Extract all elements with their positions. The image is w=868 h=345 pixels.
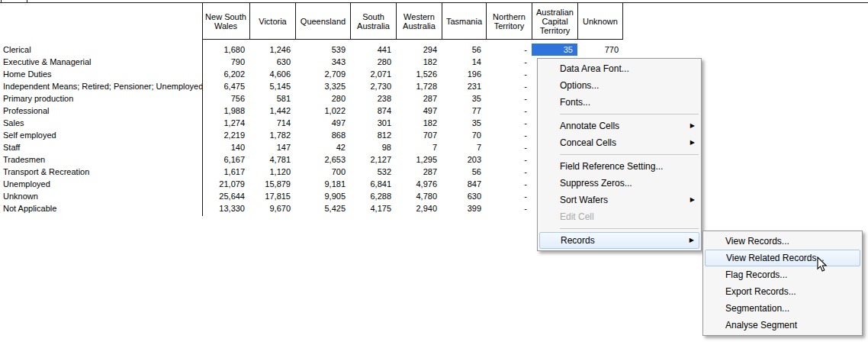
data-cell[interactable]: 343: [295, 56, 350, 68]
data-cell[interactable]: 35: [442, 117, 486, 129]
data-cell[interactable]: 539: [295, 44, 350, 56]
data-cell[interactable]: 1,295: [396, 153, 442, 166]
records-submenu-item-flag-records[interactable]: Flag Records...: [703, 266, 862, 283]
data-cell[interactable]: 231: [442, 80, 486, 92]
context-menu-item-field-reference-setting[interactable]: Field Reference Setting...: [538, 158, 701, 175]
data-cell[interactable]: 756: [202, 92, 249, 105]
data-cell[interactable]: 1,022: [295, 105, 350, 117]
data-cell[interactable]: 56: [442, 44, 486, 56]
column-header-south-australia[interactable]: South Australia: [350, 3, 396, 40]
data-cell[interactable]: 770: [577, 44, 623, 56]
data-cell[interactable]: 3,325: [295, 80, 350, 92]
data-cell[interactable]: -: [486, 202, 532, 214]
data-cell[interactable]: 1,617: [202, 166, 249, 178]
data-cell[interactable]: 14: [442, 56, 486, 68]
data-cell[interactable]: 497: [396, 105, 442, 117]
data-cell[interactable]: 203: [442, 153, 486, 166]
row-label[interactable]: Professional: [0, 105, 202, 117]
data-cell[interactable]: -: [486, 68, 532, 80]
data-cell[interactable]: 847: [442, 178, 486, 190]
column-header-northern-territory[interactable]: Northern Territory: [486, 3, 532, 40]
data-cell[interactable]: 6,288: [350, 190, 396, 202]
data-cell[interactable]: 4,175: [350, 202, 396, 214]
row-label[interactable]: Self employed: [0, 129, 202, 141]
data-cell[interactable]: 6,167: [202, 153, 249, 166]
data-cell[interactable]: 2,127: [350, 153, 396, 166]
data-cell[interactable]: 1,442: [249, 105, 295, 117]
row-label[interactable]: Executive & Managerial: [0, 56, 202, 68]
data-cell[interactable]: -: [486, 153, 532, 166]
row-label[interactable]: Clerical: [0, 44, 202, 56]
data-cell[interactable]: 1,728: [396, 80, 442, 92]
column-header-western-australia[interactable]: Western Australia: [396, 3, 442, 40]
data-cell[interactable]: 7: [396, 141, 442, 153]
column-header-australian-capital-territory[interactable]: Australian Capital Territory: [532, 3, 577, 40]
data-cell[interactable]: 6,202: [202, 68, 249, 80]
data-cell[interactable]: 5,425: [295, 202, 350, 214]
data-cell[interactable]: 4,606: [249, 68, 295, 80]
data-cell[interactable]: 700: [295, 166, 350, 178]
data-cell[interactable]: 441: [350, 44, 396, 56]
data-cell[interactable]: 294: [396, 44, 442, 56]
data-cell[interactable]: -: [486, 105, 532, 117]
records-submenu-item-view-related-records[interactable]: View Related Records...: [705, 250, 860, 266]
column-header-victoria[interactable]: Victoria: [249, 3, 295, 40]
data-cell[interactable]: 7: [442, 141, 486, 153]
data-cell[interactable]: 812: [350, 129, 396, 141]
data-cell[interactable]: 70: [442, 129, 486, 141]
data-cell[interactable]: -: [486, 80, 532, 92]
data-cell[interactable]: 21,079: [202, 178, 249, 190]
data-cell[interactable]: -: [486, 129, 532, 141]
data-cell[interactable]: -: [486, 190, 532, 202]
row-label[interactable]: Primary production: [0, 92, 202, 105]
data-cell[interactable]: 35: [442, 92, 486, 105]
data-cell[interactable]: -: [486, 178, 532, 190]
data-cell[interactable]: 2,071: [350, 68, 396, 80]
selected-cell[interactable]: 35: [532, 44, 577, 56]
data-cell[interactable]: 4,781: [249, 153, 295, 166]
data-cell[interactable]: -: [486, 117, 532, 129]
data-cell[interactable]: 6,841: [350, 178, 396, 190]
row-label[interactable]: Sales: [0, 117, 202, 129]
data-cell[interactable]: 497: [295, 117, 350, 129]
data-cell[interactable]: 1,246: [249, 44, 295, 56]
data-cell[interactable]: 287: [396, 166, 442, 178]
records-submenu-item-analyse-segment[interactable]: Analyse Segment: [703, 317, 862, 334]
context-menu-item-annotate-cells[interactable]: Annotate Cells▶: [538, 118, 701, 134]
data-cell[interactable]: 4,780: [396, 190, 442, 202]
row-label[interactable]: Tradesmen: [0, 153, 202, 166]
data-cell[interactable]: 9,905: [295, 190, 350, 202]
row-label[interactable]: Staff: [0, 141, 202, 153]
data-cell[interactable]: 280: [295, 92, 350, 105]
data-cell[interactable]: 56: [442, 166, 486, 178]
data-cell[interactable]: 1,526: [396, 68, 442, 80]
data-cell[interactable]: 1,120: [249, 166, 295, 178]
data-cell[interactable]: 5,145: [249, 80, 295, 92]
data-cell[interactable]: 4,976: [396, 178, 442, 190]
row-label[interactable]: Unemployed: [0, 178, 202, 190]
column-header-tasmania[interactable]: Tasmania: [442, 3, 486, 40]
data-cell[interactable]: 9,670: [249, 202, 295, 214]
data-cell[interactable]: -: [486, 56, 532, 68]
data-cell[interactable]: 630: [442, 190, 486, 202]
data-cell[interactable]: 287: [396, 92, 442, 105]
data-cell[interactable]: 15,879: [249, 178, 295, 190]
data-cell[interactable]: 9,181: [295, 178, 350, 190]
data-cell[interactable]: 2,730: [350, 80, 396, 92]
context-menu-item-records[interactable]: Records▶: [539, 232, 699, 249]
data-cell[interactable]: 399: [442, 202, 486, 214]
data-cell[interactable]: -: [486, 44, 532, 56]
data-cell[interactable]: -: [486, 166, 532, 178]
data-cell[interactable]: 140: [202, 141, 249, 153]
column-header-new-south-wales[interactable]: New South Wales: [202, 3, 249, 40]
data-cell[interactable]: 182: [396, 117, 442, 129]
data-cell[interactable]: 42: [295, 141, 350, 153]
data-cell[interactable]: 1,988: [202, 105, 249, 117]
row-label[interactable]: Home Duties: [0, 68, 202, 80]
data-cell[interactable]: 13,330: [202, 202, 249, 214]
data-cell[interactable]: 581: [249, 92, 295, 105]
data-cell[interactable]: 532: [350, 166, 396, 178]
data-cell[interactable]: -: [486, 92, 532, 105]
data-cell[interactable]: 98: [350, 141, 396, 153]
data-cell[interactable]: 2,709: [295, 68, 350, 80]
